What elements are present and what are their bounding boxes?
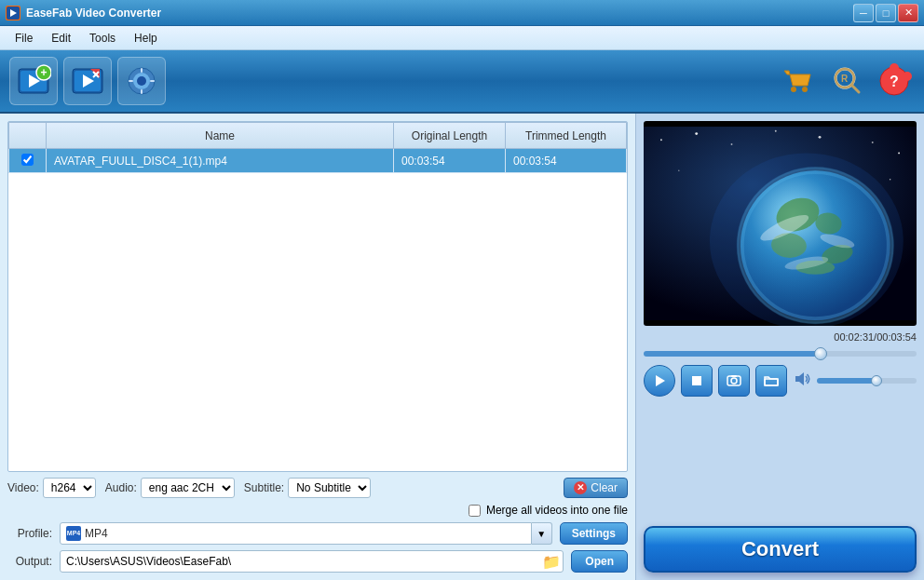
svg-text:?: ? [890,74,899,89]
merge-checkbox[interactable] [469,505,481,517]
menu-bar: File Edit Tools Help [0,26,924,50]
video-track-group: Video: h264 [7,478,96,498]
open-folder-button[interactable] [755,365,787,397]
file-table: Name Original Length Trimmed Length AVAT… [8,122,627,173]
bottom-controls: Video: h264 Audio: eng aac 2CH Subtitle:… [7,478,628,573]
svg-point-57 [731,378,737,384]
svg-rect-16 [141,68,143,73]
video-select[interactable]: h264 [43,478,96,498]
menu-file[interactable]: File [6,29,42,47]
subtitle-label: Subtitle: [244,481,284,494]
audio-select[interactable]: eng aac 2CH [141,478,235,498]
video-preview [644,121,917,326]
menu-tools[interactable]: Tools [80,29,125,47]
svg-rect-55 [692,376,701,385]
audio-track-group: Audio: eng aac 2CH [105,478,235,498]
output-row: Output: 📁 Open [7,550,628,573]
output-path-input[interactable] [61,551,540,572]
audio-label: Audio: [105,481,137,494]
settings-button[interactable]: Settings [560,522,628,545]
toolbar-settings-button[interactable] [117,57,166,105]
col-original-length: Original Length [394,123,506,149]
row-original-length: 00:03:54 [394,149,506,173]
col-trimmed-length: Trimmed Length [506,123,627,149]
app-title: EaseFab Video Converter [26,7,161,20]
title-bar-left: EaseFab Video Converter [6,6,161,20]
col-checkbox [9,123,47,149]
row-trimmed-length: 00:03:54 [506,149,627,173]
toolbar-left: + [9,57,166,105]
register-button[interactable]: R [825,61,866,101]
remove-video-button[interactable] [63,57,112,105]
clear-icon: ✕ [574,481,587,494]
cart-button[interactable] [777,61,818,101]
merge-row: Merge all videos into one file [7,504,628,517]
row-checkbox[interactable] [21,154,34,166]
svg-point-35 [775,130,777,132]
progress-track [644,351,917,357]
svg-rect-58 [731,375,737,377]
video-time: 00:02:31/00:03:54 [644,331,917,343]
svg-point-36 [819,136,822,139]
merge-label: Merge all videos into one file [486,504,628,517]
svg-point-29 [903,72,912,81]
table-row[interactable]: AVATAR_FUULL_DISC4_1(1).mp4 00:03:54 00:… [9,149,627,173]
volume-icon[interactable] [793,370,811,393]
svg-point-33 [695,132,698,135]
minimize-button[interactable]: ─ [853,4,874,22]
svg-point-28 [890,63,899,73]
profile-text: MP4 [85,527,108,540]
close-button[interactable]: ✕ [898,4,918,22]
file-table-container: Name Original Length Trimmed Length AVAT… [7,121,628,472]
svg-marker-60 [795,372,804,385]
menu-help[interactable]: Help [125,29,167,47]
maximize-button[interactable]: □ [876,4,896,22]
profile-value: MP4 MP4 [60,522,532,545]
profile-row: Profile: MP4 MP4 ▼ Settings [7,522,628,545]
svg-marker-20 [784,71,810,86]
row-filename: AVATAR_FUULL_DISC4_1(1).mp4 [47,149,394,173]
toolbar: + [0,50,924,114]
svg-rect-19 [150,80,155,82]
svg-point-40 [890,179,891,181]
svg-rect-18 [129,80,133,82]
menu-edit[interactable]: Edit [42,29,80,47]
open-button[interactable]: Open [571,550,628,573]
app-icon [6,6,20,20]
toolbar-right: R ? [777,61,915,101]
profile-label: Profile: [7,527,52,540]
svg-text:+: + [40,66,47,79]
title-bar: EaseFab Video Converter ─ □ ✕ [0,0,924,26]
svg-point-37 [872,142,874,143]
col-name: Name [47,123,394,149]
svg-text:R: R [841,74,849,84]
convert-button[interactable]: Convert [644,526,917,573]
volume-slider[interactable] [817,378,917,384]
output-label: Output: [7,555,52,568]
svg-rect-17 [141,89,143,94]
svg-point-22 [802,87,808,92]
help-button[interactable]: ? [874,61,915,101]
svg-point-15 [137,76,146,86]
play-button[interactable] [644,365,675,397]
progress-thumb[interactable] [814,347,827,360]
svg-point-38 [898,152,900,154]
stop-button[interactable] [681,365,713,397]
svg-point-39 [678,170,680,172]
subtitle-track-group: Subtitle: No Subtitle [244,478,371,498]
player-controls [644,365,917,397]
mp4-icon: MP4 [66,526,81,541]
svg-point-21 [791,87,796,92]
svg-point-32 [660,139,662,141]
profile-dropdown-button[interactable]: ▼ [532,522,552,545]
right-panel: 00:02:31/00:03:54 [635,114,924,580]
screenshot-button[interactable] [718,365,750,397]
svg-point-34 [731,143,733,145]
clear-button[interactable]: ✕ Clear [564,478,628,498]
folder-icon[interactable]: 📁 [540,551,563,572]
video-progress-bar[interactable] [644,348,917,359]
time-display: 00:02:31/00:03:54 [834,331,917,343]
subtitle-select[interactable]: No Subtitle [288,478,371,498]
add-video-button[interactable]: + [9,57,58,105]
row-checkbox-cell[interactable] [9,149,47,173]
